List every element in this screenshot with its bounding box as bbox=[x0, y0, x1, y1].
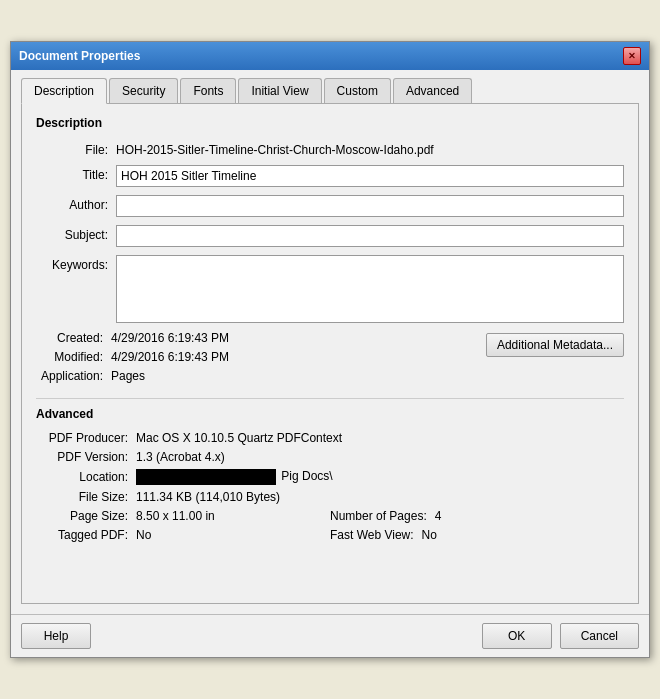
created-label: Created: bbox=[36, 331, 111, 345]
location-label: Location: bbox=[36, 470, 136, 484]
close-button[interactable]: ✕ bbox=[623, 47, 641, 65]
cancel-button[interactable]: Cancel bbox=[560, 623, 639, 649]
tagged-pdf-value: No bbox=[136, 528, 151, 542]
additional-metadata-button[interactable]: Additional Metadata... bbox=[486, 333, 624, 357]
tagged-row: Tagged PDF: No Fast Web View: No bbox=[36, 528, 624, 542]
fast-web-view-label: Fast Web View: bbox=[330, 528, 422, 542]
file-size-row: File Size: 111.34 KB (114,010 Bytes) bbox=[36, 490, 624, 504]
document-properties-dialog: Document Properties ✕ Description Securi… bbox=[10, 41, 650, 658]
page-size-col: Page Size: 8.50 x 11.00 in bbox=[36, 509, 330, 523]
dialog-footer: Help OK Cancel bbox=[11, 614, 649, 657]
title-bar: Document Properties ✕ bbox=[11, 42, 649, 70]
pdf-producer-row: PDF Producer: Mac OS X 10.10.5 Quartz PD… bbox=[36, 431, 624, 445]
pdf-version-value: 1.3 (Acrobat 4.x) bbox=[136, 450, 225, 464]
tab-fonts[interactable]: Fonts bbox=[180, 78, 236, 103]
page-size-label: Page Size: bbox=[36, 509, 136, 523]
tab-initial-view[interactable]: Initial View bbox=[238, 78, 321, 103]
file-size-value: 111.34 KB (114,010 Bytes) bbox=[136, 490, 280, 504]
file-value: HOH-2015-Sitler-Timeline-Christ-Church-M… bbox=[116, 140, 434, 157]
page-size-row: Page Size: 8.50 x 11.00 in Number of Pag… bbox=[36, 509, 624, 523]
modified-row: Modified: 4/29/2016 6:19:43 PM bbox=[36, 350, 486, 364]
tagged-pdf-label: Tagged PDF: bbox=[36, 528, 136, 542]
tab-security[interactable]: Security bbox=[109, 78, 178, 103]
subject-row: Subject: bbox=[36, 225, 624, 247]
dialog-body: Description Security Fonts Initial View … bbox=[11, 70, 649, 614]
keywords-input[interactable] bbox=[116, 255, 624, 323]
application-value: Pages bbox=[111, 369, 145, 383]
modified-label: Modified: bbox=[36, 350, 111, 364]
footer-right-buttons: OK Cancel bbox=[482, 623, 639, 649]
dates-section: Created: 4/29/2016 6:19:43 PM Modified: … bbox=[36, 331, 624, 388]
dialog-title: Document Properties bbox=[19, 49, 140, 63]
num-pages-col: Number of Pages: 4 bbox=[330, 509, 624, 523]
application-row: Application: Pages bbox=[36, 369, 486, 383]
pdf-producer-value: Mac OS X 10.10.5 Quartz PDFContext bbox=[136, 431, 342, 445]
created-value: 4/29/2016 6:19:43 PM bbox=[111, 331, 229, 345]
tagged-pdf-col: Tagged PDF: No bbox=[36, 528, 330, 542]
created-row: Created: 4/29/2016 6:19:43 PM bbox=[36, 331, 486, 345]
subject-input[interactable] bbox=[116, 225, 624, 247]
tab-content-description: Description File: HOH-2015-Sitler-Timeli… bbox=[21, 104, 639, 604]
pdf-producer-label: PDF Producer: bbox=[36, 431, 136, 445]
file-size-label: File Size: bbox=[36, 490, 136, 504]
author-input[interactable] bbox=[116, 195, 624, 217]
description-section-title: Description bbox=[36, 116, 624, 130]
application-label: Application: bbox=[36, 369, 111, 383]
number-of-pages-value: 4 bbox=[435, 509, 442, 523]
pdf-version-row: PDF Version: 1.3 (Acrobat 4.x) bbox=[36, 450, 624, 464]
help-button[interactable]: Help bbox=[21, 623, 91, 649]
advanced-section: Advanced PDF Producer: Mac OS X 10.10.5 … bbox=[36, 398, 624, 542]
modified-value: 4/29/2016 6:19:43 PM bbox=[111, 350, 229, 364]
page-size-value: 8.50 x 11.00 in bbox=[136, 509, 215, 523]
location-value: Pig Docs\ bbox=[136, 469, 333, 485]
ok-button[interactable]: OK bbox=[482, 623, 552, 649]
keywords-label: Keywords: bbox=[36, 255, 116, 272]
fast-web-view-col: Fast Web View: No bbox=[330, 528, 624, 542]
tab-advanced[interactable]: Advanced bbox=[393, 78, 472, 103]
file-label: File: bbox=[36, 140, 116, 157]
fast-web-view-value: No bbox=[422, 528, 437, 542]
additional-metadata-container: Additional Metadata... bbox=[486, 331, 624, 357]
author-label: Author: bbox=[36, 195, 116, 212]
location-row: Location: Pig Docs\ bbox=[36, 469, 624, 485]
title-row: Title: bbox=[36, 165, 624, 187]
subject-label: Subject: bbox=[36, 225, 116, 242]
title-input[interactable] bbox=[116, 165, 624, 187]
tab-custom[interactable]: Custom bbox=[324, 78, 391, 103]
dates-left: Created: 4/29/2016 6:19:43 PM Modified: … bbox=[36, 331, 486, 388]
pdf-version-label: PDF Version: bbox=[36, 450, 136, 464]
advanced-section-title: Advanced bbox=[36, 407, 624, 421]
location-redacted bbox=[136, 469, 276, 485]
location-suffix: Pig Docs\ bbox=[281, 469, 332, 483]
author-row: Author: bbox=[36, 195, 624, 217]
keywords-row: Keywords: bbox=[36, 255, 624, 323]
title-label: Title: bbox=[36, 165, 116, 182]
file-row: File: HOH-2015-Sitler-Timeline-Christ-Ch… bbox=[36, 140, 624, 157]
title-bar-buttons: ✕ bbox=[623, 47, 641, 65]
tab-description[interactable]: Description bbox=[21, 78, 107, 104]
tab-bar: Description Security Fonts Initial View … bbox=[21, 78, 639, 104]
number-of-pages-label: Number of Pages: bbox=[330, 509, 435, 523]
